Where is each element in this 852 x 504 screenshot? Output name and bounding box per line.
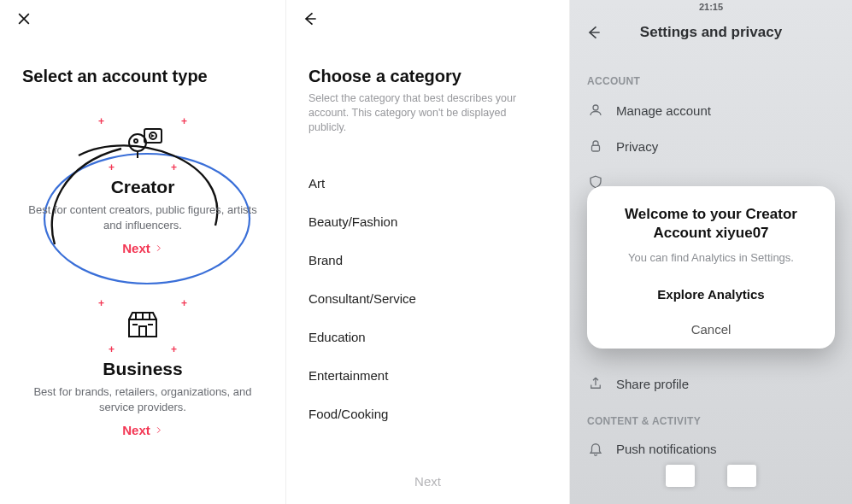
category-item[interactable]: Consultant/Service (308, 279, 547, 318)
svg-rect-8 (592, 145, 600, 151)
account-type-business[interactable]: + + + + Business Best for brands, retail… (0, 260, 285, 442)
creator-title: Creator (26, 177, 260, 197)
status-time: 21:15 (699, 2, 723, 12)
panel-choose-category: Choose a category Select the category th… (286, 0, 570, 504)
svg-point-2 (134, 139, 138, 143)
welcome-creator-modal: Welcome to your Creator Account xiyue07 … (587, 186, 835, 349)
back-icon[interactable] (298, 7, 322, 31)
category-item[interactable]: Brand (308, 241, 547, 279)
topbar (0, 0, 285, 38)
panel-settings-modal: 21:15 Settings and privacy ACCOUNT Manag… (570, 0, 852, 504)
category-item[interactable]: Education (308, 318, 547, 356)
category-list: Art Beauty/Fashion Brand Consultant/Serv… (286, 144, 569, 433)
next-button[interactable]: Next (286, 467, 569, 495)
settings-item-push-notifications[interactable]: Push notifications (570, 441, 852, 456)
bell-icon (587, 441, 604, 456)
lock-icon (587, 138, 604, 154)
creator-next-button[interactable]: Next (122, 241, 163, 255)
person-icon (587, 103, 604, 118)
section-account-label: ACCOUNT (570, 75, 657, 87)
section-content-label: CONTENT & ACTIVITY (570, 415, 718, 427)
header: Settings and privacy (570, 21, 852, 44)
business-title: Business (26, 359, 260, 379)
page-subtitle: Select the category that best describes … (286, 90, 569, 144)
nav-home[interactable] (727, 465, 756, 487)
settings-item-share-profile[interactable]: Share profile (570, 376, 852, 391)
creator-icon (120, 149, 165, 164)
back-icon[interactable] (582, 21, 606, 44)
svg-point-7 (593, 105, 598, 110)
explore-analytics-button[interactable]: Explore Analytics (602, 273, 820, 308)
settings-item-manage-account[interactable]: Manage account (570, 103, 852, 118)
category-item[interactable]: Beauty/Fashion (308, 202, 547, 241)
chevron-right-icon (154, 243, 163, 253)
business-icon (120, 331, 165, 346)
page-title: Select an account type (0, 38, 285, 93)
account-type-creator[interactable]: + + + + Creator Best for content creator… (0, 93, 285, 260)
creator-desc: Best for content creators, public figure… (26, 202, 260, 232)
modal-subtitle: You can find Analytics in Settings. (602, 251, 820, 264)
panel-select-account: Select an account type + + + + Crea (0, 0, 286, 504)
page-title: Settings and privacy (606, 24, 816, 41)
modal-title: Welcome to your Creator Account xiyue07 (602, 205, 820, 243)
close-icon[interactable] (12, 7, 36, 31)
cancel-button[interactable]: Cancel (602, 308, 820, 343)
nav-recent[interactable] (666, 465, 695, 487)
chevron-right-icon (154, 425, 163, 435)
svg-rect-6 (139, 326, 146, 337)
topbar (286, 0, 569, 38)
category-item[interactable]: Art (308, 164, 547, 202)
page-title: Choose a category (286, 38, 569, 90)
category-item[interactable]: Food/Cooking (308, 395, 547, 433)
share-icon (587, 376, 604, 391)
business-desc: Best for brands, retailers, organization… (26, 384, 260, 414)
business-next-button[interactable]: Next (122, 423, 163, 437)
category-item[interactable]: Entertainment (308, 356, 547, 395)
svg-rect-5 (129, 319, 156, 337)
android-nav-bar (570, 465, 852, 499)
settings-item-privacy[interactable]: Privacy (570, 138, 852, 154)
